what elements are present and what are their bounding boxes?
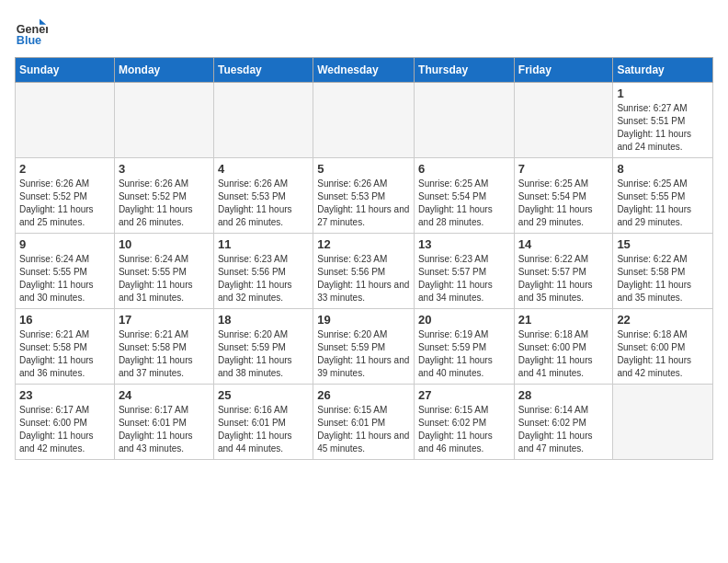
day-info: Sunrise: 6:25 AM Sunset: 5:54 PM Dayligh… <box>418 178 510 229</box>
day-number: 27 <box>418 388 510 402</box>
calendar-cell: 21Sunrise: 6:18 AM Sunset: 6:00 PM Dayli… <box>514 309 613 385</box>
calendar-cell: 7Sunrise: 6:25 AM Sunset: 5:54 PM Daylig… <box>514 158 613 234</box>
calendar-cell: 13Sunrise: 6:23 AM Sunset: 5:57 PM Dayli… <box>415 234 515 309</box>
day-info: Sunrise: 6:24 AM Sunset: 5:55 PM Dayligh… <box>119 253 210 304</box>
day-number: 3 <box>119 162 210 176</box>
day-number: 26 <box>317 388 410 402</box>
calendar-table: SundayMondayTuesdayWednesdayThursdayFrid… <box>15 57 713 460</box>
weekday-header: Sunday <box>16 58 115 83</box>
day-info: Sunrise: 6:26 AM Sunset: 5:52 PM Dayligh… <box>119 178 210 229</box>
day-number: 23 <box>19 388 110 402</box>
calendar-cell: 5Sunrise: 6:26 AM Sunset: 5:53 PM Daylig… <box>313 158 415 234</box>
day-number: 8 <box>617 162 709 176</box>
day-info: Sunrise: 6:15 AM Sunset: 6:01 PM Dayligh… <box>317 404 410 455</box>
svg-text:Blue: Blue <box>17 34 41 47</box>
day-number: 1 <box>617 86 709 100</box>
page-header: General Blue <box>15 15 713 48</box>
calendar-cell: 14Sunrise: 6:22 AM Sunset: 5:57 PM Dayli… <box>514 234 613 309</box>
day-info: Sunrise: 6:26 AM Sunset: 5:53 PM Dayligh… <box>218 178 309 229</box>
calendar-cell: 17Sunrise: 6:21 AM Sunset: 5:58 PM Dayli… <box>114 309 213 385</box>
calendar-cell <box>213 83 313 158</box>
day-info: Sunrise: 6:25 AM Sunset: 5:54 PM Dayligh… <box>518 178 609 229</box>
day-info: Sunrise: 6:22 AM Sunset: 5:58 PM Dayligh… <box>617 253 709 304</box>
logo-icon: General Blue <box>15 15 48 48</box>
day-number: 24 <box>119 388 210 402</box>
day-info: Sunrise: 6:26 AM Sunset: 5:52 PM Dayligh… <box>19 178 110 229</box>
day-number: 5 <box>317 162 410 176</box>
calendar-cell: 22Sunrise: 6:18 AM Sunset: 6:00 PM Dayli… <box>613 309 713 385</box>
calendar-cell <box>313 83 415 158</box>
day-number: 11 <box>218 237 309 251</box>
day-info: Sunrise: 6:26 AM Sunset: 5:53 PM Dayligh… <box>317 178 410 229</box>
day-number: 14 <box>518 237 609 251</box>
day-number: 6 <box>418 162 510 176</box>
calendar-cell: 11Sunrise: 6:23 AM Sunset: 5:56 PM Dayli… <box>213 234 313 309</box>
calendar-cell: 10Sunrise: 6:24 AM Sunset: 5:55 PM Dayli… <box>114 234 213 309</box>
day-number: 4 <box>218 162 309 176</box>
day-number: 18 <box>218 313 309 327</box>
day-number: 17 <box>119 313 210 327</box>
day-number: 10 <box>119 237 210 251</box>
day-info: Sunrise: 6:21 AM Sunset: 5:58 PM Dayligh… <box>19 328 110 380</box>
day-number: 16 <box>19 313 110 327</box>
day-info: Sunrise: 6:17 AM Sunset: 6:01 PM Dayligh… <box>119 404 210 455</box>
calendar-cell: 1Sunrise: 6:27 AM Sunset: 5:51 PM Daylig… <box>613 83 713 158</box>
day-number: 19 <box>317 313 410 327</box>
calendar-cell: 18Sunrise: 6:20 AM Sunset: 5:59 PM Dayli… <box>213 309 313 385</box>
day-info: Sunrise: 6:27 AM Sunset: 5:51 PM Dayligh… <box>617 102 709 154</box>
day-info: Sunrise: 6:23 AM Sunset: 5:56 PM Dayligh… <box>218 253 309 304</box>
calendar-cell: 23Sunrise: 6:17 AM Sunset: 6:00 PM Dayli… <box>16 385 115 460</box>
calendar-cell: 19Sunrise: 6:20 AM Sunset: 5:59 PM Dayli… <box>313 309 415 385</box>
weekday-header: Thursday <box>415 58 515 83</box>
calendar-cell: 15Sunrise: 6:22 AM Sunset: 5:58 PM Dayli… <box>613 234 713 309</box>
day-info: Sunrise: 6:16 AM Sunset: 6:01 PM Dayligh… <box>218 404 309 455</box>
calendar-cell: 9Sunrise: 6:24 AM Sunset: 5:55 PM Daylig… <box>16 234 115 309</box>
day-info: Sunrise: 6:21 AM Sunset: 5:58 PM Dayligh… <box>119 328 210 380</box>
weekday-header: Wednesday <box>313 58 415 83</box>
calendar-cell <box>114 83 213 158</box>
logo: General Blue <box>15 15 51 48</box>
calendar-cell: 2Sunrise: 6:26 AM Sunset: 5:52 PM Daylig… <box>16 158 115 234</box>
day-info: Sunrise: 6:17 AM Sunset: 6:00 PM Dayligh… <box>19 404 110 455</box>
calendar-cell <box>613 385 713 460</box>
calendar-cell <box>415 83 515 158</box>
day-number: 22 <box>617 313 709 327</box>
day-info: Sunrise: 6:18 AM Sunset: 6:00 PM Dayligh… <box>518 328 609 380</box>
calendar-cell: 24Sunrise: 6:17 AM Sunset: 6:01 PM Dayli… <box>114 385 213 460</box>
day-info: Sunrise: 6:15 AM Sunset: 6:02 PM Dayligh… <box>418 404 510 455</box>
calendar-cell <box>514 83 613 158</box>
day-number: 15 <box>617 237 709 251</box>
weekday-header: Friday <box>514 58 613 83</box>
calendar-cell: 8Sunrise: 6:25 AM Sunset: 5:55 PM Daylig… <box>613 158 713 234</box>
day-info: Sunrise: 6:19 AM Sunset: 5:59 PM Dayligh… <box>418 328 510 380</box>
day-number: 2 <box>19 162 110 176</box>
calendar-cell <box>16 83 115 158</box>
calendar-cell: 6Sunrise: 6:25 AM Sunset: 5:54 PM Daylig… <box>415 158 515 234</box>
calendar-cell: 4Sunrise: 6:26 AM Sunset: 5:53 PM Daylig… <box>213 158 313 234</box>
day-number: 12 <box>317 237 410 251</box>
day-info: Sunrise: 6:22 AM Sunset: 5:57 PM Dayligh… <box>518 253 609 304</box>
day-number: 25 <box>218 388 309 402</box>
calendar-cell: 16Sunrise: 6:21 AM Sunset: 5:58 PM Dayli… <box>16 309 115 385</box>
calendar-cell: 27Sunrise: 6:15 AM Sunset: 6:02 PM Dayli… <box>415 385 515 460</box>
day-number: 9 <box>19 237 110 251</box>
day-info: Sunrise: 6:14 AM Sunset: 6:02 PM Dayligh… <box>518 404 609 455</box>
weekday-header: Monday <box>114 58 213 83</box>
day-info: Sunrise: 6:23 AM Sunset: 5:57 PM Dayligh… <box>418 253 510 304</box>
day-number: 13 <box>418 237 510 251</box>
svg-marker-2 <box>40 19 46 25</box>
day-info: Sunrise: 6:25 AM Sunset: 5:55 PM Dayligh… <box>617 178 709 229</box>
calendar-cell: 26Sunrise: 6:15 AM Sunset: 6:01 PM Dayli… <box>313 385 415 460</box>
day-number: 28 <box>518 388 609 402</box>
calendar-cell: 25Sunrise: 6:16 AM Sunset: 6:01 PM Dayli… <box>213 385 313 460</box>
calendar-cell: 12Sunrise: 6:23 AM Sunset: 5:56 PM Dayli… <box>313 234 415 309</box>
day-info: Sunrise: 6:20 AM Sunset: 5:59 PM Dayligh… <box>218 328 309 380</box>
calendar-cell: 20Sunrise: 6:19 AM Sunset: 5:59 PM Dayli… <box>415 309 515 385</box>
weekday-header: Tuesday <box>213 58 313 83</box>
day-info: Sunrise: 6:18 AM Sunset: 6:00 PM Dayligh… <box>617 328 709 380</box>
calendar-cell: 28Sunrise: 6:14 AM Sunset: 6:02 PM Dayli… <box>514 385 613 460</box>
calendar-cell: 3Sunrise: 6:26 AM Sunset: 5:52 PM Daylig… <box>114 158 213 234</box>
day-number: 7 <box>518 162 609 176</box>
day-number: 20 <box>418 313 510 327</box>
day-info: Sunrise: 6:24 AM Sunset: 5:55 PM Dayligh… <box>19 253 110 304</box>
